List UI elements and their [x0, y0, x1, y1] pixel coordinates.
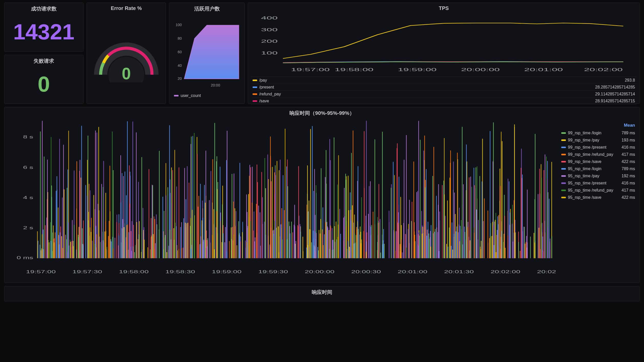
legend-value: 417 ms — [622, 188, 635, 193]
legend-item[interactable]: 95_rsp_time /refund_pay417 ms — [560, 187, 637, 194]
svg-text:300: 300 — [261, 27, 278, 32]
panel-active-users[interactable]: 活跃用户数 100 80 60 40 20 20:00 user_count — [169, 3, 245, 104]
svg-text:200: 200 — [261, 39, 278, 44]
legend-item[interactable]: 95_rsp_time /save422 ms — [560, 194, 637, 201]
panel-response-time-pct[interactable]: 响应时间（90%-95%-99%） 8 s 6 s 4 s 2 s 0 ms 1… — [4, 107, 640, 283]
tps-legend: /pay293.8/present28.285714285714285/refu… — [251, 77, 637, 105]
svg-text:0 ms: 0 ms — [17, 255, 33, 260]
svg-text:19:57:00: 19:57:00 — [291, 67, 330, 72]
svg-text:19:57:00: 19:57:00 — [26, 269, 56, 274]
legend-value: 293.8 — [625, 78, 635, 83]
legend-value: 192 ms — [622, 174, 635, 178]
legend-label: /present — [259, 85, 274, 90]
svg-text:19:58:00: 19:58:00 — [335, 67, 373, 72]
panel-success-requests[interactable]: 成功请求数 14321 — [4, 3, 84, 52]
legend-swatch-icon — [253, 100, 257, 102]
svg-text:2 s: 2 s — [23, 225, 33, 230]
svg-text:19:59:00: 19:59:00 — [398, 67, 437, 72]
legend-value: 28.914285714285715 — [595, 99, 635, 103]
svg-text:19:59:30: 19:59:30 — [258, 269, 288, 274]
legend-swatch-icon — [561, 190, 566, 191]
legend-swatch-icon — [561, 197, 566, 198]
svg-text:20:00:00: 20:00:00 — [461, 67, 500, 72]
legend-item[interactable]: user_count — [172, 92, 241, 99]
panel-title: 活跃用户数 — [172, 5, 241, 12]
panel-error-rate[interactable]: Error Rate % 0 — [87, 3, 166, 104]
legend-value: 422 ms — [622, 195, 635, 200]
svg-text:80: 80 — [178, 36, 182, 40]
legend-swatch-icon — [561, 154, 566, 155]
legend-item[interactable]: 99_rsp_time /present416 ms — [560, 144, 637, 151]
svg-text:20:02:30: 20:02:30 — [537, 269, 557, 274]
legend-item[interactable]: 99_rsp_time /login789 ms — [560, 129, 637, 137]
legend-swatch-icon — [561, 182, 566, 184]
legend-swatch-icon — [174, 95, 179, 96]
svg-text:60: 60 — [178, 50, 182, 54]
legend-swatch-icon — [561, 168, 566, 170]
svg-text:100: 100 — [175, 23, 182, 27]
legend-item[interactable]: 95_rsp_time /present416 ms — [560, 180, 637, 187]
svg-text:20:00: 20:00 — [211, 83, 220, 87]
panel-title: TPS — [251, 5, 637, 11]
svg-text:19:57:30: 19:57:30 — [72, 269, 102, 274]
legend-swatch-icon — [561, 147, 566, 148]
legend-value: 416 ms — [622, 181, 635, 185]
legend-label: 99_rsp_time /refund_pay — [568, 152, 613, 157]
legend-header-mean: Mean — [560, 122, 637, 129]
legend-value: 789 ms — [622, 131, 635, 135]
legend-label: /pay — [259, 78, 267, 83]
legend-value: 193 ms — [622, 138, 635, 142]
svg-text:19:58:00: 19:58:00 — [119, 269, 149, 274]
legend-value: 416 ms — [622, 145, 635, 150]
legend-label: user_count — [181, 93, 201, 98]
legend-value: 417 ms — [622, 152, 635, 157]
legend-value: 422 ms — [622, 159, 635, 164]
gauge-value: 0 — [122, 64, 131, 82]
legend-item[interactable]: 95_rsp_time /pay192 ms — [560, 172, 637, 180]
legend-item[interactable]: 99_rsp_time /refund_pay417 ms — [560, 151, 637, 158]
legend-label: /refund_pay — [259, 92, 281, 96]
legend-swatch-icon — [561, 161, 566, 162]
legend-label: 99_rsp_time /login — [568, 131, 601, 135]
svg-text:20: 20 — [178, 76, 182, 81]
legend-label: 95_rsp_time /pay — [568, 174, 599, 178]
panel-response-time[interactable]: 响应时间 — [4, 286, 640, 301]
legend-label: 95_rsp_time /save — [568, 195, 601, 200]
legend-swatch-icon — [561, 132, 566, 134]
legend-value: 789 ms — [622, 167, 635, 171]
svg-text:6 s: 6 s — [23, 165, 33, 170]
panel-title: 成功请求数 — [7, 5, 80, 12]
gauge-chart: 0 — [93, 31, 160, 82]
svg-text:20:02:00: 20:02:00 — [491, 269, 520, 274]
legend-value: 29.114285714285714 — [595, 92, 635, 96]
legend-item[interactable]: /save28.914285714285715 — [251, 98, 637, 105]
legend-item[interactable]: /pay293.8 — [251, 77, 637, 84]
legend-label: 99_rsp_time /pay — [568, 138, 599, 142]
legend-label: 99_rsp_time /present — [568, 145, 606, 150]
svg-text:20:01:30: 20:01:30 — [444, 269, 474, 274]
tps-chart: 400 300 200 100 19:57:00 19:58:00 19:59:… — [251, 14, 637, 75]
legend-item[interactable]: /present28.285714285714285 — [251, 84, 637, 91]
svg-text:100: 100 — [261, 51, 278, 55]
panel-title: 失败请求 — [7, 58, 80, 64]
legend-label: /save — [259, 99, 269, 103]
legend-label: 95_rsp_time /present — [568, 181, 606, 185]
legend-swatch-icon — [561, 175, 566, 177]
svg-text:4 s: 4 s — [23, 195, 33, 200]
legend-label: 95_rsp_time /refund_pay — [568, 188, 613, 193]
svg-text:20:01:00: 20:01:00 — [524, 67, 563, 72]
legend-item[interactable]: /refund_pay29.114285714285714 — [251, 91, 637, 98]
legend-value: 28.285714285714285 — [595, 85, 635, 90]
legend-swatch-icon — [253, 86, 257, 88]
legend-item[interactable]: 95_rsp_time /login789 ms — [560, 165, 637, 172]
panel-tps[interactable]: TPS 400 300 200 100 19:57:00 19:58:00 19… — [248, 3, 640, 104]
svg-text:40: 40 — [178, 63, 182, 68]
panel-title: 响应时间 — [7, 289, 637, 296]
legend-item[interactable]: 99_rsp_time /pay193 ms — [560, 137, 637, 144]
svg-text:8 s: 8 s — [23, 135, 33, 139]
svg-text:19:58:30: 19:58:30 — [165, 269, 195, 274]
svg-text:20:00:30: 20:00:30 — [351, 269, 381, 274]
panel-failed-requests[interactable]: 失败请求 0 — [4, 55, 84, 104]
legend-item[interactable]: 99_rsp_time /save422 ms — [560, 158, 637, 165]
svg-text:20:01:00: 20:01:00 — [398, 269, 427, 274]
